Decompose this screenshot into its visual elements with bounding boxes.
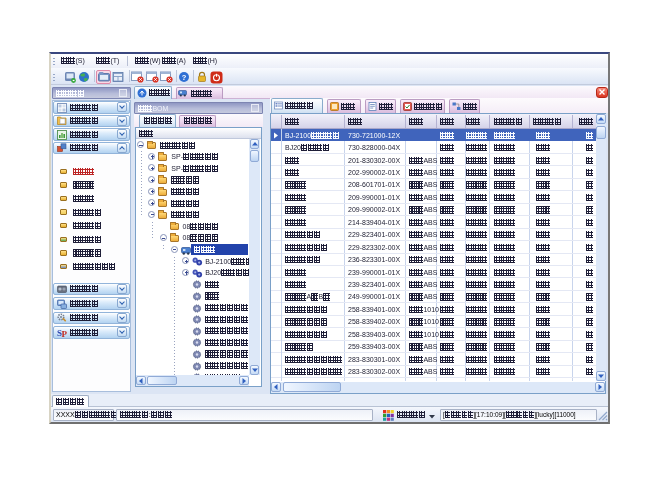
svg-text:P: P (62, 328, 68, 337)
svg-text:?: ? (182, 73, 187, 82)
